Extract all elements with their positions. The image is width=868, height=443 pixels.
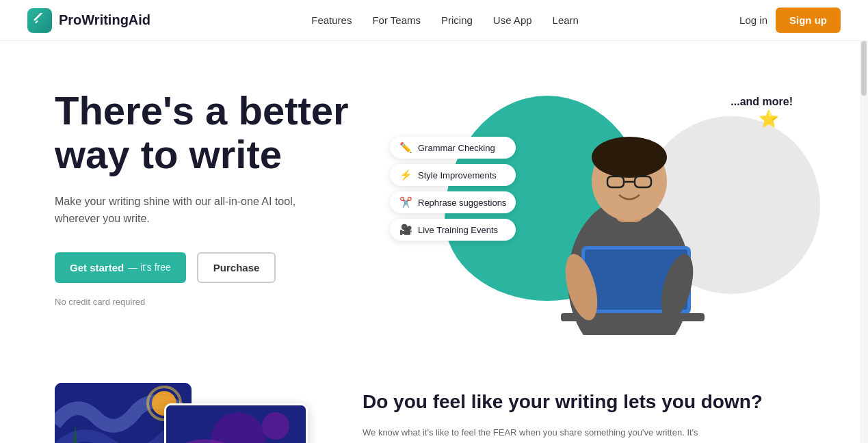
hero-person	[527, 89, 759, 335]
style-icon: ⚡	[399, 169, 412, 181]
badge-grammar: ✏️ Grammar Checking	[390, 137, 516, 159]
artwork-area: My idea in my head	[55, 383, 308, 443]
navbar-actions: Log in Sign up	[739, 8, 841, 33]
second-content: Do you feel like your writing lets you d…	[363, 383, 813, 443]
nav-pricing[interactable]: Pricing	[441, 14, 473, 26]
hero-section: There's a better way to write Make your …	[0, 41, 868, 369]
second-section-title: Do you feel like your writing lets you d…	[363, 390, 813, 414]
purchase-button[interactable]: Purchase	[197, 252, 276, 283]
navbar: ProWritingAid Features For Teams Pricing…	[0, 0, 868, 41]
grammar-icon: ✏️	[399, 142, 412, 154]
hero-title: There's a better way to write	[55, 89, 431, 176]
badge-rephrase: ✂️ Rephrase suggestions	[390, 191, 516, 213]
person-svg	[527, 89, 732, 335]
hero-subtitle: Make your writing shine with our all-in-…	[55, 193, 328, 228]
svg-point-24	[262, 412, 289, 440]
login-button[interactable]: Log in	[739, 14, 767, 26]
get-started-button[interactable]: Get started — it's free	[55, 252, 186, 283]
feature-badges: ✏️ Grammar Checking ⚡ Style Improvements…	[390, 137, 516, 241]
hero-image-area: ...and more! ⭐ ✏️ Grammar Checking ⚡ Sty…	[431, 82, 813, 342]
second-section: My idea in my head Do you feel like your…	[0, 369, 868, 443]
svg-point-6	[592, 137, 667, 178]
nav-links: Features For Teams Pricing Use App Learn	[311, 14, 579, 27]
scrollbar-thumb[interactable]	[861, 41, 867, 96]
painting-abstract	[164, 403, 308, 443]
svg-rect-2	[35, 20, 38, 23]
nav-for-teams[interactable]: For Teams	[372, 14, 421, 26]
scrollbar[interactable]	[860, 0, 868, 443]
nav-learn[interactable]: Learn	[553, 14, 579, 26]
hero-content: There's a better way to write Make your …	[55, 82, 431, 307]
signup-button[interactable]: Sign up	[776, 8, 841, 33]
badge-training: 🎥 Live Training Events	[390, 219, 516, 241]
star-icon: ⭐	[759, 109, 779, 129]
rephrase-icon: ✂️	[399, 196, 412, 209]
nav-use-app[interactable]: Use App	[493, 14, 532, 26]
no-credit-text: No credit card required	[55, 297, 431, 307]
nav-features[interactable]: Features	[311, 14, 352, 26]
badge-style: ⚡ Style Improvements	[390, 164, 516, 186]
second-section-body: We know what it's like to feel the FEAR …	[363, 425, 705, 443]
abstract-painting-svg	[166, 405, 308, 443]
training-icon: 🎥	[399, 224, 412, 236]
brand-logo-link[interactable]: ProWritingAid	[27, 8, 150, 33]
brand-logo-icon	[27, 8, 52, 33]
brand-name: ProWritingAid	[59, 12, 150, 28]
hero-cta: Get started — it's free Purchase	[55, 252, 431, 283]
